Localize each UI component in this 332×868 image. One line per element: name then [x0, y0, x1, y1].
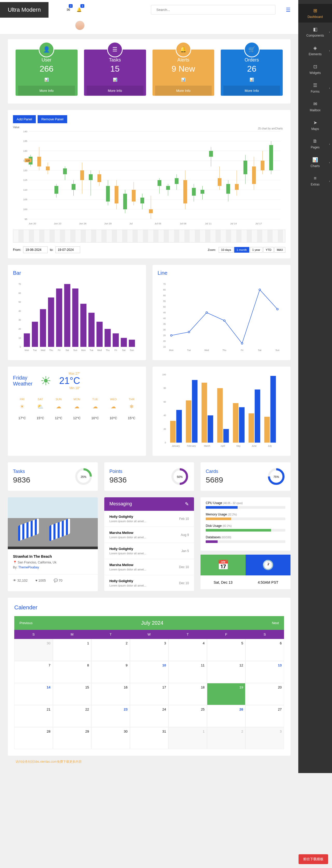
more-info-link[interactable]: More Info — [223, 86, 280, 96]
svg-text:80: 80 — [163, 387, 166, 390]
cal-cell[interactable]: 21 — [14, 705, 53, 727]
calendar-title: Calender — [14, 604, 284, 611]
cal-cell[interactable]: 17 — [130, 683, 169, 705]
cal-next-button[interactable]: Next — [272, 621, 279, 625]
mail-icon[interactable]: ✉3 — [67, 7, 70, 12]
cal-cell[interactable]: 3 — [245, 727, 284, 749]
cal-cell[interactable]: 30 — [91, 727, 130, 749]
sidebar-item-forms[interactable]: ☰Forms‹ — [298, 79, 332, 97]
svg-text:70: 70 — [163, 283, 166, 285]
cal-cell[interactable]: 10 — [130, 661, 169, 683]
cal-cell[interactable]: 16 — [91, 683, 130, 705]
remove-panel-button[interactable]: Remove Panel — [38, 115, 67, 123]
menu-toggle-icon[interactable]: ☰ — [286, 7, 291, 13]
cal-cell[interactable]: 4 — [168, 639, 207, 661]
zoom-option[interactable]: YTD — [263, 247, 274, 253]
svg-rect-59 — [192, 188, 196, 195]
cal-cell[interactable]: 3 — [130, 639, 169, 661]
cal-cell[interactable]: 25 — [168, 705, 207, 727]
cal-cell[interactable]: 5 — [207, 639, 246, 661]
cal-cell[interactable]: 28 — [14, 727, 53, 749]
more-info-link[interactable]: More Info — [87, 86, 144, 96]
cal-cell[interactable]: 8 — [53, 661, 92, 683]
svg-rect-174 — [254, 390, 260, 442]
cal-cell[interactable]: 6 — [245, 639, 284, 661]
search-input[interactable] — [151, 5, 275, 14]
more-info-link[interactable]: More Info — [155, 86, 212, 96]
cal-cell[interactable]: 24 — [130, 705, 169, 727]
svg-text:Tue: Tue — [187, 349, 191, 351]
cal-cell[interactable]: 30 — [14, 639, 53, 661]
cal-cell[interactable]: 12 — [207, 661, 246, 683]
more-info-link[interactable]: More Info — [18, 86, 75, 96]
svg-text:Jul 11: Jul 11 — [205, 222, 211, 225]
cal-cell[interactable]: 9 — [91, 661, 130, 683]
from-label: From: — [13, 248, 21, 252]
message-item[interactable]: Holly Golightly Lorem ipsum dolor sit am… — [104, 575, 194, 591]
cal-cell[interactable]: 15 — [53, 683, 92, 705]
cal-cell[interactable]: 11 — [168, 661, 207, 683]
cal-cell[interactable]: 31 — [130, 727, 169, 749]
svg-rect-100 — [32, 322, 38, 347]
cal-cell[interactable]: 19 — [207, 683, 246, 705]
sidebar-item-widgets[interactable]: ⊡Widgets — [298, 60, 332, 79]
cal-cell[interactable]: 23 — [91, 705, 130, 727]
cal-cell[interactable]: 2 — [91, 639, 130, 661]
zoom-option[interactable]: 1 month — [234, 247, 249, 253]
brand-logo[interactable]: Ultra Modern — [0, 2, 49, 18]
svg-rect-51 — [157, 180, 161, 186]
message-item[interactable]: Marsha Mellow Lorem ipsum dolor sit amet… — [104, 559, 194, 575]
bell-icon[interactable]: 🔔3 — [77, 7, 82, 12]
zoom-option[interactable]: MAX — [274, 247, 285, 253]
cal-cell[interactable]: 2 — [207, 727, 246, 749]
svg-rect-124 — [129, 340, 135, 347]
message-item[interactable]: Holly Golightly Lorem ipsum dolor sit am… — [104, 511, 194, 527]
calendar-panel: Calender Previous July 2024 Next SMTWTFS… — [8, 598, 291, 756]
messaging-title: Messaging — [110, 501, 132, 507]
svg-text:Jul: Jul — [129, 222, 132, 225]
chart-navigator[interactable] — [13, 229, 285, 243]
sidebar-item-mailbox[interactable]: ✉Mailbox — [298, 97, 332, 116]
zoom-option[interactable]: 10 days — [219, 247, 234, 253]
add-panel-button[interactable]: Add Panel — [13, 115, 36, 123]
sidebar-icon: ☰ — [301, 83, 329, 88]
forecast-day: MON ☁ 12°C — [68, 398, 86, 420]
svg-rect-168 — [223, 429, 229, 443]
cal-cell[interactable]: 20 — [245, 683, 284, 705]
cal-prev-button[interactable]: Previous — [20, 621, 33, 625]
edit-icon[interactable]: ✎ — [185, 501, 189, 507]
beach-author-link[interactable]: ThemePixabay — [18, 565, 39, 569]
sidebar-item-dashboard[interactable]: ⊞Dashboard — [298, 4, 332, 23]
cal-cell[interactable]: 26 — [207, 705, 246, 727]
cal-cell[interactable]: 14 — [14, 683, 53, 705]
to-date-input[interactable] — [56, 246, 80, 253]
cal-cell[interactable]: 22 — [53, 705, 92, 727]
svg-rect-114 — [88, 313, 95, 347]
from-date-input[interactable] — [23, 246, 48, 253]
metric-card-points: Points 9836 50% — [104, 462, 194, 491]
cal-cell[interactable]: 29 — [53, 727, 92, 749]
sidebar-item-extras[interactable]: ≡Extras‹ — [298, 172, 332, 190]
cal-cell[interactable]: 18 — [168, 683, 207, 705]
cal-cell[interactable]: 1 — [53, 639, 92, 661]
sidebar-item-components[interactable]: ◧Components‹ — [298, 23, 332, 41]
sidebar-item-pages[interactable]: 🗎Pages‹ — [298, 135, 332, 153]
message-item[interactable]: Holly Golightly Lorem ipsum dolor sit am… — [104, 543, 194, 559]
sidebar-item-elements[interactable]: ◈Elements‹ — [298, 41, 332, 60]
sidebar-item-maps[interactable]: ➤Maps — [298, 116, 332, 135]
svg-text:Tue: Tue — [89, 349, 93, 351]
svg-rect-118 — [104, 329, 111, 347]
sidebar-icon: ⊡ — [301, 64, 329, 69]
svg-text:95: 95 — [25, 218, 28, 220]
svg-text:May: May — [236, 445, 241, 447]
cal-cell[interactable]: 13 — [245, 661, 284, 683]
messaging-panel: Messaging ✎ Holly Golightly Lorem ipsum … — [104, 497, 194, 591]
zoom-option[interactable]: 1 year — [250, 247, 263, 253]
cal-cell[interactable]: 27 — [245, 705, 284, 727]
sidebar-item-charts[interactable]: 📊Charts‹ — [298, 153, 332, 172]
cal-cell[interactable]: 7 — [14, 661, 53, 683]
cal-cell[interactable]: 1 — [168, 727, 207, 749]
avatar[interactable] — [75, 21, 85, 30]
message-item[interactable]: Marsha Mellow Lorem ipsum dolor sit amet… — [104, 527, 194, 543]
cal-day-header: M — [53, 630, 92, 639]
